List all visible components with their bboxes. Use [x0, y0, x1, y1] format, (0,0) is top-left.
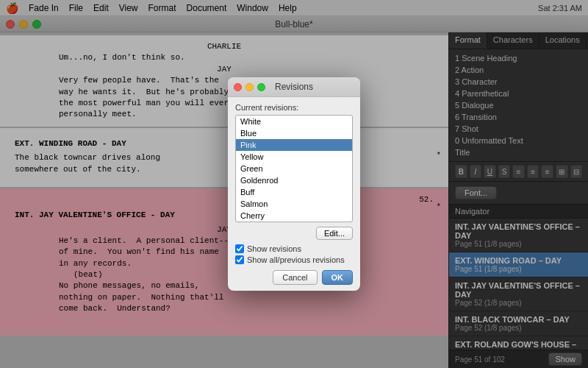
revisions-list[interactable]: White Blue Pink Yellow Green Goldenrod B… — [235, 115, 353, 222]
revision-goldenrod[interactable]: Goldenrod — [236, 174, 352, 186]
show-all-previous-row: Show all/previous revisions — [235, 255, 353, 264]
revision-white[interactable]: White — [236, 116, 352, 127]
dialog-body: Current revisions: White Blue Pink Yello… — [228, 97, 360, 291]
ok-button[interactable]: OK — [322, 270, 354, 285]
revision-pink[interactable]: Pink — [236, 139, 352, 151]
dialog-traffic-lights — [234, 83, 265, 91]
edit-button-row: Edit... — [235, 227, 353, 240]
dialog-maximize-button[interactable] — [257, 83, 265, 91]
dialog-title: Revisions — [275, 82, 313, 92]
show-all-previous-checkbox[interactable] — [235, 255, 244, 264]
dialog-close-button[interactable] — [234, 83, 242, 91]
revision-buff[interactable]: Buff — [236, 186, 352, 198]
checkbox-section: Show revisions Show all/previous revisio… — [235, 244, 353, 264]
revision-salmon[interactable]: Salmon — [236, 198, 352, 210]
revision-green[interactable]: Green — [236, 163, 352, 174]
revisions-dialog: Revisions Current revisions: White Blue … — [228, 77, 360, 291]
show-all-previous-label: Show all/previous revisions — [247, 255, 345, 264]
revision-yellow[interactable]: Yellow — [236, 151, 352, 163]
show-revisions-row: Show revisions — [235, 244, 353, 253]
dialog-current-label: Current revisions: — [235, 103, 353, 112]
main-content: CHARLIE Um...no, I don't think so. JAY V… — [0, 32, 588, 368]
show-revisions-checkbox[interactable] — [235, 244, 244, 253]
modal-overlay: Revisions Current revisions: White Blue … — [0, 0, 588, 368]
revision-cherry[interactable]: Cherry — [236, 210, 352, 222]
dialog-titlebar: Revisions — [228, 77, 360, 97]
dialog-minimize-button[interactable] — [245, 83, 254, 91]
cancel-button[interactable]: Cancel — [273, 270, 317, 285]
edit-button[interactable]: Edit... — [316, 227, 353, 240]
show-revisions-label: Show revisions — [247, 244, 301, 253]
revision-blue[interactable]: Blue — [236, 127, 352, 139]
dialog-buttons: Cancel OK — [235, 270, 353, 285]
